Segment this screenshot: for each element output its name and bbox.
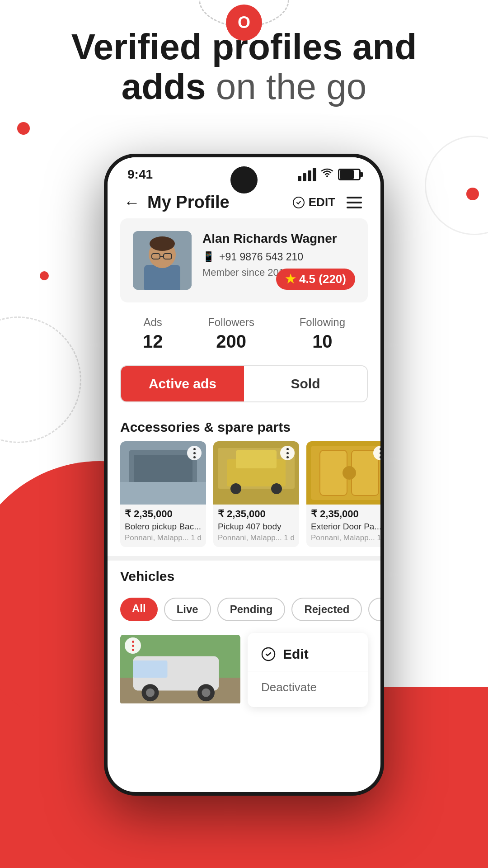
ad-location-3: Ponnani, Malapp... [311,533,375,542]
svg-rect-2 [144,265,180,290]
chip-pending[interactable]: Pending [217,598,286,621]
vehicle-more-btn-1[interactable] [125,637,141,654]
ad-card-3-image [306,441,380,505]
accessories-section-title: Accessories & spare parts [108,411,380,441]
edit-label: EDIT [309,195,335,209]
svg-point-0 [293,197,304,208]
section-divider [108,556,380,561]
ad-img-3-svg [306,441,380,505]
page-title: My Profile [147,193,230,212]
tab-active-ads[interactable]: Active ads [121,366,244,401]
ad-card-1: ₹ 2,35,000 Bolero pickup Bac... Ponnani,… [120,441,206,547]
avatar-image [133,231,192,290]
svg-point-16 [230,483,241,494]
phone-number: +91 9876 543 210 [219,251,303,263]
ads-scroll: ₹ 2,35,000 Bolero pickup Bac... Ponnani,… [108,441,380,547]
svg-point-4 [150,236,175,251]
ad-price-2: ₹ 2,35,000 [213,505,299,522]
profile-name: Alan Richards Wagner [202,231,355,246]
vehicles-section-title: Vehicles [108,561,380,590]
phone-screen: 9:41 [108,157,380,792]
following-label: Following [300,316,345,329]
profile-card: Alan Richards Wagner 📱 +91 9876 543 210 … [120,218,368,302]
vehicle-card-popup: Edit Deactivate [248,633,368,707]
popup-edit-icon [261,647,276,661]
rating-badge: ★ 4.5 (220) [276,269,355,290]
deco-circle-left [0,316,81,443]
vehicle-card-1 [120,633,240,707]
signal-icon [298,168,316,181]
filter-chips: All Live Pending Rejected Deactivated [108,590,380,628]
stats-row: Ads 12 Followers 200 Following 10 [108,302,380,365]
popup-edit-label: Edit [283,646,309,662]
ads-value: 12 [143,331,163,352]
svg-point-22 [343,466,356,480]
profile-phone: 📱 +91 9876 543 210 [202,251,355,263]
deco-circle-right [425,136,488,235]
followers-value: 200 [208,331,254,352]
deco-dot-phone-left [40,271,49,280]
back-button[interactable]: ← My Profile [124,193,230,212]
avatar [133,231,192,290]
svg-rect-15 [236,450,277,468]
ad-meta-2: Ponnani, Malapp... 1 d [213,533,299,547]
ad-title-3: Exterior Door Pa... [306,522,380,533]
ad-card-3: ₹ 2,35,000 Exterior Door Pa... Ponnani, … [306,441,380,547]
ad-title-2: Pickup 407 body [213,522,299,533]
status-time: 9:41 [127,167,153,182]
ad-more-btn-1[interactable] [187,446,202,460]
star-icon: ★ [285,272,296,286]
ad-age-3: 1 d [377,533,380,542]
menu-button[interactable] [344,194,364,211]
ad-price-1: ₹ 2,35,000 [120,505,206,522]
phone-notch [230,166,258,193]
vehicle-cards: Edit Deactivate [108,628,380,712]
ads-label: Ads [143,316,163,329]
wifi-icon [321,168,333,181]
chip-all[interactable]: All [120,598,158,621]
ad-card-2-image [213,441,299,505]
deco-dot-left [17,122,30,135]
ad-price-3: ₹ 2,35,000 [306,505,380,522]
ad-location-2: Ponnani, Malapp... [218,533,282,542]
svg-point-30 [146,689,155,697]
ad-more-btn-2[interactable] [280,446,295,460]
svg-rect-27 [133,660,168,678]
stat-ads: Ads 12 [143,316,163,352]
headline-adds: adds [122,66,206,107]
ad-age-1: 1 d [191,533,202,542]
phone-mockup: 9:41 [104,154,384,796]
ad-card-2: ₹ 2,35,000 Pickup 407 body Ponnani, Mala… [213,441,299,547]
rating-value: 4.5 (220) [299,272,346,286]
ad-card-1-image [120,441,206,505]
headline-rest: on the go [216,66,367,107]
svg-rect-10 [134,455,192,482]
svg-point-17 [271,483,282,494]
edit-icon [292,196,305,209]
edit-button[interactable]: EDIT [292,195,335,209]
ad-age-2: 1 d [284,533,295,542]
followers-label: Followers [208,316,254,329]
phone-icon: 📱 [202,251,215,263]
svg-point-31 [202,689,211,697]
chip-deactivated[interactable]: Deactivated [368,598,380,621]
popup-edit-button[interactable]: Edit [248,633,368,671]
following-value: 10 [300,331,345,352]
tab-sold[interactable]: Sold [244,366,367,401]
ad-location-1: Ponnani, Malapp... [125,533,189,542]
ad-meta-3: Ponnani, Malapp... 1 d [306,533,380,547]
status-icons [298,168,361,181]
stat-followers: Followers 200 [208,316,254,352]
battery-icon [338,169,361,180]
ad-meta-1: Ponnani, Malapp... 1 d [120,533,206,547]
svg-rect-11 [120,482,206,505]
back-arrow-icon: ← [124,193,140,212]
chip-live[interactable]: Live [164,598,211,621]
ad-title-1: Bolero pickup Bac... [120,522,206,533]
deactivate-label: Deactivate [261,680,317,694]
chip-rejected[interactable]: Rejected [291,598,362,621]
nav-actions: EDIT [292,194,364,211]
tabs-row: Active ads Sold [120,365,368,402]
deco-dot-right [466,188,479,200]
stat-following: Following 10 [300,316,345,352]
